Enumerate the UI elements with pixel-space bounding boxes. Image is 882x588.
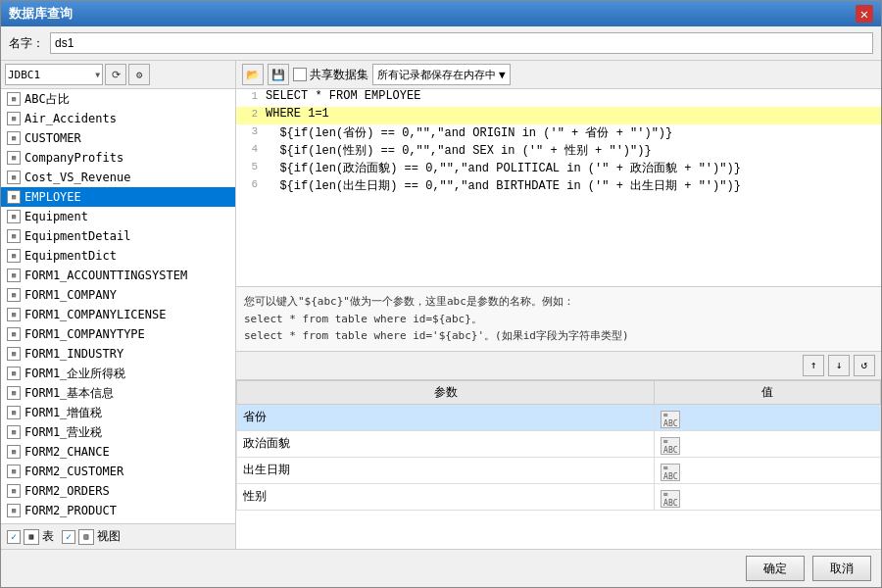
param-row[interactable]: 出生日期≡ABC — [237, 457, 881, 483]
table-icon: ▦ — [24, 529, 39, 545]
list-item[interactable]: ▦FORM2_CUSTOMER — [1, 462, 235, 481]
param-name: 出生日期 — [237, 457, 655, 483]
list-item[interactable]: ▦FORM2_ORDERS — [1, 481, 235, 501]
list-item[interactable]: ▦FORM1_基本信息 — [1, 383, 235, 403]
list-item[interactable]: ▦EquipmentDetail — [1, 226, 235, 246]
records-dropdown[interactable]: 所有记录都保存在内存中 ▼ — [372, 64, 511, 85]
save-file-button[interactable]: 💾 — [268, 64, 289, 85]
list-item[interactable]: ▦FORM1_COMPANYLICENSE — [1, 305, 235, 324]
list-item[interactable]: ▦EquipmentDict — [1, 246, 235, 266]
sql-text: ${if(len(出生日期) == 0,"","and BIRTHDATE in… — [266, 177, 741, 194]
right-toolbar: 📂 💾 共享数据集 所有记录都保存在内存中 ▼ — [236, 61, 881, 89]
list-item[interactable]: ▦FORM1_增值税 — [1, 403, 235, 422]
param-name: 政治面貌 — [237, 430, 655, 457]
sql-text: ${if(len(省份) == 0,"","and ORIGIN in ('" … — [266, 124, 672, 141]
param-edit-icon[interactable]: ≡ABC — [661, 411, 680, 428]
table-item-label: CUSTOMER — [24, 131, 81, 145]
name-input[interactable] — [50, 32, 873, 54]
sql-line: 2WHERE 1=1 — [236, 107, 881, 124]
list-item[interactable]: ▦FORM1_COMPANY — [1, 285, 235, 305]
shared-checkbox[interactable] — [293, 68, 307, 81]
list-item[interactable]: ▦CUSTOMER — [1, 128, 235, 148]
right-panel: 📂 💾 共享数据集 所有记录都保存在内存中 ▼ 1SELECT * FROM E… — [236, 61, 881, 549]
cancel-button[interactable]: 取消 — [812, 556, 871, 581]
view-checkbox[interactable]: ✓ — [62, 530, 75, 544]
table-item-icon: ▦ — [7, 367, 21, 380]
table-item-icon: ▦ — [7, 269, 21, 282]
params-table: 参数 值 省份≡ABC政治面貌≡ABC出生日期≡ABC性别≡ABC — [236, 380, 881, 511]
list-item[interactable]: ▦ABC占比 — [1, 89, 235, 109]
table-item-label: FORM2_CUSTOMER — [24, 465, 123, 478]
config-button[interactable]: ⚙ — [128, 64, 150, 85]
col-value: 值 — [655, 380, 881, 404]
list-item[interactable]: ▦FORM2_CHANCE — [1, 442, 235, 462]
table-item-icon: ▦ — [7, 347, 21, 361]
table-item-icon: ▦ — [7, 308, 21, 321]
list-item[interactable]: ▦FORM2_PRODUCT — [1, 501, 235, 520]
table-checkbox-group[interactable]: ✓ ▦ 表 — [7, 528, 54, 545]
param-refresh-button[interactable]: ↺ — [854, 355, 875, 376]
param-up-button[interactable]: ↑ — [803, 355, 824, 376]
param-row[interactable]: 性别≡ABC — [237, 483, 881, 510]
sql-editor[interactable]: 1SELECT * FROM EMPLOYEE2WHERE 1=13 ${if(… — [236, 89, 881, 287]
view-checkbox-group[interactable]: ✓ ▤ 视图 — [62, 528, 121, 545]
list-item[interactable]: ▦Air_Accidents — [1, 109, 235, 128]
list-item[interactable]: ▦FORM1_INDUSTRY — [1, 344, 235, 364]
sql-line: 6 ${if(len(出生日期) == 0,"","and BIRTHDATE … — [236, 177, 881, 195]
datasource-combo[interactable]: JDBC1 ▼ — [5, 64, 103, 85]
bottom-bar: 确定 取消 — [1, 549, 881, 587]
table-item-icon: ▦ — [7, 484, 21, 498]
hint-line2: select * from table where id=${abc}。 — [244, 311, 873, 328]
sql-text: WHERE 1=1 — [266, 107, 329, 121]
table-item-icon: ▦ — [7, 171, 21, 184]
hint-line1: 您可以键入"${abc}"做为一个参数，这里abc是参数的名称。例如： — [244, 293, 873, 311]
list-item[interactable]: ▦Equipment — [1, 207, 235, 226]
title-bar: 数据库查询 ✕ — [1, 1, 881, 26]
table-item-icon: ▦ — [7, 151, 21, 165]
list-item[interactable]: ▦FORM1_ACCOUNTTINGSYSTEM — [1, 266, 235, 285]
param-value-cell[interactable]: ≡ABC — [655, 404, 881, 430]
param-edit-icon[interactable]: ≡ABC — [661, 464, 680, 481]
table-checkbox[interactable]: ✓ — [7, 530, 21, 544]
table-item-label: FORM1_ACCOUNTTINGSYSTEM — [24, 269, 187, 282]
param-down-button[interactable]: ↓ — [828, 355, 850, 376]
table-item-icon: ▦ — [7, 465, 21, 478]
param-row[interactable]: 政治面貌≡ABC — [237, 430, 881, 457]
open-file-button[interactable]: 📂 — [242, 64, 264, 85]
param-value-cell[interactable]: ≡ABC — [655, 483, 881, 510]
table-item-icon: ▦ — [7, 288, 21, 302]
line-number: 3 — [240, 124, 258, 137]
param-name: 性别 — [237, 483, 655, 510]
list-item[interactable]: ▦CompanyProfits — [1, 148, 235, 168]
table-item-label: Cost_VS_Revenue — [24, 171, 130, 184]
list-item[interactable]: ▦Cost_VS_Revenue — [1, 168, 235, 187]
params-area: ↑ ↓ ↺ 参数 值 省份≡ABC政治面貌≡ABC出生日期≡ABC性别≡AB — [236, 352, 881, 549]
table-item-label: FORM2_PRODUCT — [24, 504, 117, 517]
param-row[interactable]: 省份≡ABC — [237, 404, 881, 430]
sql-text: ${if(len(政治面貌) == 0,"","and POLITICAL in… — [266, 160, 741, 176]
close-button[interactable]: ✕ — [856, 5, 873, 23]
list-item[interactable]: ▦FORM1_COMPANYTYPE — [1, 324, 235, 344]
line-number: 6 — [240, 177, 258, 190]
table-item-label: FORM1_营业税 — [24, 424, 102, 441]
table-item-label: CompanyProfits — [24, 151, 123, 165]
view-icon: ▤ — [78, 529, 94, 545]
param-value-cell[interactable]: ≡ABC — [655, 430, 881, 457]
list-item[interactable]: ▦FORM1_营业税 — [1, 422, 235, 442]
table-item-label: EquipmentDict — [24, 249, 117, 263]
param-value-cell[interactable]: ≡ABC — [655, 457, 881, 483]
list-item[interactable]: ▦FORM1_企业所得税 — [1, 364, 235, 383]
table-item-label: FORM1_COMPANY — [24, 288, 117, 302]
table-item-icon: ▦ — [7, 504, 21, 517]
list-item[interactable]: ▦EMPLOYEE — [1, 187, 235, 207]
table-item-label: Equipment — [24, 210, 88, 223]
param-edit-icon[interactable]: ≡ABC — [661, 490, 680, 508]
table-item-icon: ▦ — [7, 112, 21, 125]
shared-dataset-check[interactable]: 共享数据集 — [293, 67, 368, 83]
confirm-button[interactable]: 确定 — [746, 556, 805, 581]
refresh-left-button[interactable]: ⟳ — [105, 64, 126, 85]
table-item-label: FORM1_增值税 — [24, 405, 102, 421]
table-item-label: Air_Accidents — [24, 112, 117, 125]
param-edit-icon[interactable]: ≡ABC — [661, 437, 680, 455]
table-item-icon: ▦ — [7, 190, 21, 204]
